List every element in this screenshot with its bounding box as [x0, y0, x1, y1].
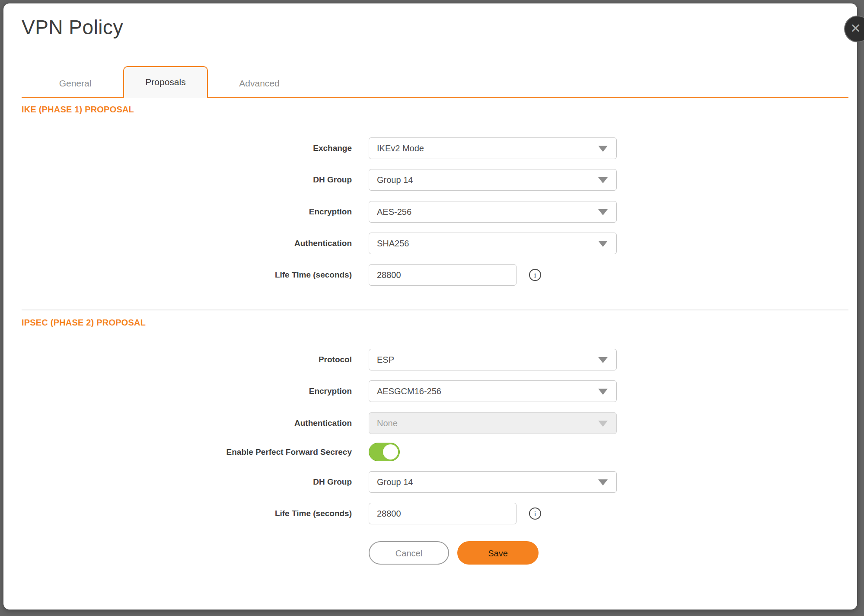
- chevron-down-icon: [598, 357, 608, 363]
- protocol-dropdown[interactable]: ESP: [369, 349, 617, 370]
- authentication-value: SHA256: [377, 233, 409, 254]
- authentication-p2-value: None: [377, 413, 398, 434]
- field-row-authentication-p2: Authentication None: [3, 412, 864, 434]
- authentication-p2-label: Authentication: [3, 412, 352, 434]
- dh-group-p2-dropdown[interactable]: Group 14: [369, 471, 617, 493]
- field-row-life-time: Life Time (seconds) i: [3, 264, 864, 286]
- vpn-policy-modal: VPN Policy General Proposals Advanced IK…: [0, 0, 864, 616]
- dh-group-dropdown[interactable]: Group 14: [369, 169, 617, 191]
- field-row-encryption-p2: Encryption AESGCM16-256: [3, 380, 864, 402]
- field-row-life-time-p2: Life Time (seconds) i: [3, 503, 864, 524]
- field-row-authentication: Authentication SHA256: [3, 233, 864, 254]
- encryption-dropdown[interactable]: AES-256: [369, 201, 617, 223]
- field-row-pfs: Enable Perfect Forward Secrecy: [3, 443, 864, 462]
- exchange-label: Exchange: [3, 137, 352, 159]
- protocol-label: Protocol: [3, 349, 352, 370]
- cancel-button[interactable]: Cancel: [369, 541, 449, 565]
- save-button[interactable]: Save: [457, 541, 539, 565]
- info-icon[interactable]: i: [529, 269, 541, 281]
- chevron-down-icon: [598, 389, 608, 395]
- authentication-p2-dropdown-disabled: None: [369, 412, 617, 434]
- authentication-dropdown[interactable]: SHA256: [369, 233, 617, 254]
- pfs-label: Enable Perfect Forward Secrecy: [3, 443, 352, 462]
- tab-proposals[interactable]: Proposals: [123, 66, 208, 98]
- exchange-value: IKEv2 Mode: [377, 138, 424, 159]
- authentication-label: Authentication: [3, 233, 352, 254]
- chevron-down-icon: [598, 421, 608, 427]
- encryption-p2-value: AESGCM16-256: [377, 381, 441, 402]
- protocol-value: ESP: [377, 349, 394, 370]
- exchange-dropdown[interactable]: IKEv2 Mode: [369, 137, 617, 159]
- encryption-label: Encryption: [3, 201, 352, 223]
- dh-group-p2-label: DH Group: [3, 471, 352, 493]
- dh-group-p2-value: Group 14: [377, 472, 413, 492]
- close-icon: ✕: [850, 21, 861, 35]
- dh-group-label: DH Group: [3, 169, 352, 191]
- chevron-down-icon: [598, 209, 608, 215]
- life-time-p2-input[interactable]: [369, 503, 516, 524]
- tab-advanced[interactable]: Advanced: [227, 70, 292, 96]
- dh-group-value: Group 14: [377, 169, 413, 190]
- pfs-toggle-on[interactable]: [369, 443, 400, 461]
- field-row-dh-group: DH Group Group 14: [3, 169, 864, 191]
- encryption-p2-label: Encryption: [3, 380, 352, 402]
- life-time-p2-label: Life Time (seconds): [3, 503, 352, 524]
- field-row-dh-group-p2: DH Group Group 14: [3, 471, 864, 493]
- chevron-down-icon: [598, 479, 608, 485]
- field-row-exchange: Exchange IKEv2 Mode: [3, 137, 864, 159]
- chevron-down-icon: [598, 177, 608, 183]
- encryption-value: AES-256: [377, 201, 411, 222]
- life-time-label: Life Time (seconds): [3, 264, 352, 286]
- chevron-down-icon: [598, 241, 608, 247]
- toggle-knob: [383, 444, 398, 460]
- vpn-policy-dialog: VPN Policy General Proposals Advanced IK…: [3, 3, 857, 610]
- page-title: VPN Policy: [22, 16, 123, 39]
- section-divider: [22, 310, 848, 310]
- tab-general[interactable]: General: [43, 70, 108, 96]
- info-icon[interactable]: i: [529, 507, 541, 520]
- section-heading-ike-phase1: IKE (PHASE 1) PROPOSAL: [22, 105, 134, 115]
- section-heading-ipsec-phase2: IPSEC (PHASE 2) PROPOSAL: [22, 318, 146, 328]
- encryption-p2-dropdown[interactable]: AESGCM16-256: [369, 380, 617, 402]
- field-row-encryption: Encryption AES-256: [3, 201, 864, 223]
- field-row-protocol: Protocol ESP: [3, 349, 864, 370]
- chevron-down-icon: [598, 146, 608, 152]
- life-time-input[interactable]: [369, 264, 516, 286]
